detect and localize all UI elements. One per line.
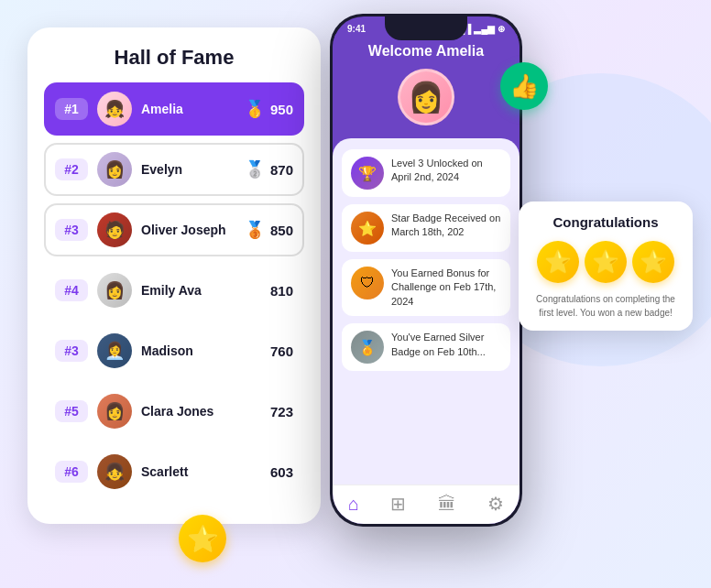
leaderboard-row-3[interactable]: #3 🧑 Oliver Joseph 🥉 850: [44, 203, 304, 256]
activity-item-2[interactable]: ⭐ Star Badge Received on March 18th, 202: [342, 204, 510, 252]
avatar-3: 🧑: [97, 212, 132, 247]
phone-time: 9:41: [347, 24, 366, 34]
player-name-4: Emily Ava: [141, 283, 270, 298]
score-3: 850: [270, 223, 293, 238]
activity-text-2: Star Badge Received on March 18th, 202: [391, 212, 501, 240]
score-7: 603: [270, 464, 293, 480]
rank-badge-1: #1: [55, 98, 88, 120]
player-name-2: Evelyn: [141, 162, 245, 177]
activity-item-1[interactable]: 🏆 Level 3 Unlocked on April 2nd, 2024: [342, 149, 510, 197]
activity-text-1: Level 3 Unlocked on April 2nd, 2024: [391, 157, 501, 185]
congrats-star-1: ⭐: [537, 241, 579, 283]
hall-of-fame-card: Hall of Fame #1 👧 Amelia 🥇 950 #2 👩 Evel…: [27, 27, 321, 524]
player-name-3: Oliver Joseph: [141, 223, 245, 237]
phone-user-avatar: 👩: [398, 69, 454, 125]
avatar-1: 👧: [97, 92, 132, 126]
congrats-star-3: ⭐: [632, 241, 674, 283]
avatar-2: 👩: [97, 152, 132, 187]
player-name-5: Madison: [141, 343, 270, 358]
congrats-stars: ⭐ ⭐ ⭐: [531, 241, 680, 283]
activity-text-3: You Earned Bonus for Challenge on Feb 17…: [391, 267, 501, 309]
activity-icon-3: 🛡: [351, 267, 384, 299]
leaderboard-row-1[interactable]: #1 👧 Amelia 🥇 950: [44, 82, 304, 136]
player-name-7: Scarlett: [141, 464, 270, 479]
nav-home-icon[interactable]: ⌂: [348, 494, 359, 515]
score-6: 723: [270, 404, 293, 419]
rank-badge-2: #2: [55, 158, 88, 180]
medal-icon-1: 🥇: [245, 99, 265, 119]
rank-badge-6: #5: [55, 400, 88, 422]
rank-badge-3: #3: [55, 219, 88, 241]
phone-bottom-nav: ⌂ ⊞ 🏛 ⚙: [333, 485, 520, 524]
player-name-6: Clara Jones: [141, 404, 270, 419]
leaderboard-row-5[interactable]: #3 👩‍💼 Madison 760: [44, 324, 304, 377]
activity-icon-2: ⭐: [351, 212, 384, 245]
congratulations-popup: Congratulations ⭐ ⭐ ⭐ Congratulations on…: [519, 201, 693, 331]
leaderboard-row-7[interactable]: #6 👧 Scarlett 603: [44, 445, 304, 498]
activity-item-4[interactable]: 🏅 You've Earned Silver Badge on Feb 10th…: [342, 323, 510, 371]
score-4: 810: [270, 283, 293, 299]
activity-text-4: You've Earned Silver Badge on Feb 10th..…: [391, 331, 501, 359]
activity-item-3[interactable]: 🛡 You Earned Bonus for Challenge on Feb …: [342, 259, 510, 316]
congrats-description: Congratulations on completing the first …: [531, 292, 680, 320]
score-1: 950: [270, 102, 293, 117]
nav-activity-icon[interactable]: ⊞: [390, 493, 406, 515]
phone-welcome-section: Welcome Amelia 👩: [333, 34, 520, 138]
activity-icon-4: 🏅: [351, 331, 384, 364]
phone-notch: [385, 16, 467, 40]
score-5: 760: [270, 343, 293, 359]
phone-welcome-text: Welcome Amelia: [368, 43, 484, 60]
avatar-5: 👩‍💼: [97, 333, 132, 368]
rank-badge-7: #6: [55, 461, 88, 483]
score-2: 870: [270, 162, 293, 178]
medal-icon-2: 🥈: [245, 159, 265, 180]
leaderboard-row-6[interactable]: #5 👩 Clara Jones 723: [44, 385, 304, 438]
hall-of-fame-title: Hall of Fame: [44, 46, 304, 70]
nav-settings-icon[interactable]: ⚙: [487, 493, 504, 515]
phone-screen: 9:41 ▐▐ ▂▄▆ ⊛ Welcome Amelia 👩 🏆 Level 3…: [333, 16, 520, 524]
nav-leaderboard-icon[interactable]: 🏛: [438, 494, 456, 515]
congrats-title: Congratulations: [531, 214, 680, 230]
star-decoration: ⭐: [179, 515, 226, 562]
rank-badge-5: #3: [55, 340, 88, 362]
congrats-star-2: ⭐: [585, 241, 627, 283]
leaderboard-row-4[interactable]: #4 👩 Emily Ava 810: [44, 264, 304, 317]
phone-mockup: 9:41 ▐▐ ▂▄▆ ⊛ Welcome Amelia 👩 🏆 Level 3…: [330, 14, 522, 527]
avatar-6: 👩: [97, 394, 132, 429]
avatar-4: 👩: [97, 273, 132, 308]
phone-content-area: 🏆 Level 3 Unlocked on April 2nd, 2024 ⭐ …: [333, 138, 520, 485]
player-name-1: Amelia: [141, 102, 245, 116]
leaderboard-row-2[interactable]: #2 👩 Evelyn 🥈 870: [44, 143, 304, 196]
rank-badge-4: #4: [55, 279, 88, 301]
activity-icon-1: 🏆: [351, 157, 384, 190]
avatar-7: 👧: [97, 454, 132, 489]
thumbs-up-badge: 👍: [500, 62, 548, 110]
medal-icon-3: 🥉: [245, 220, 265, 240]
